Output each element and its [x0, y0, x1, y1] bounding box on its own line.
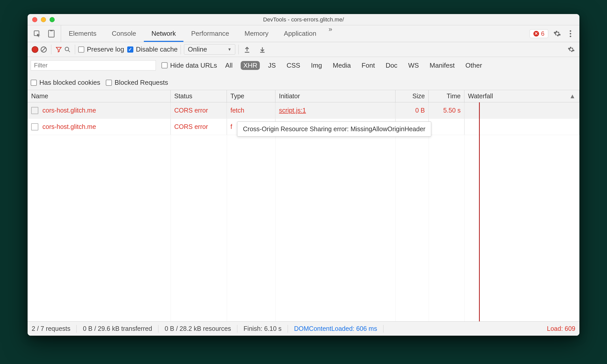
- request-name: cors-host.glitch.me: [42, 123, 96, 130]
- col-name[interactable]: Name: [28, 90, 171, 102]
- preserve-log-label: Preserve log: [87, 45, 124, 53]
- record-button[interactable]: [31, 45, 39, 54]
- status-finish: Finish: 6.10 s: [243, 325, 282, 332]
- col-time[interactable]: Time: [429, 90, 464, 102]
- throttling-select[interactable]: Online ▼: [184, 44, 235, 55]
- type-filter-js[interactable]: JS: [265, 61, 278, 70]
- devtools-window: DevTools - cors-errors.glitch.me/ Elemen…: [28, 14, 579, 336]
- status-resources: 0 B / 28.2 kB resources: [165, 325, 231, 332]
- error-count: 6: [541, 30, 544, 37]
- svg-rect-1: [49, 30, 54, 37]
- type-filter-doc[interactable]: Doc: [383, 61, 400, 70]
- tab-memory[interactable]: Memory: [237, 25, 276, 42]
- status-requests: 2 / 7 requests: [32, 325, 70, 332]
- error-icon: ✕: [533, 31, 539, 37]
- waterfall-finish-marker: [479, 102, 480, 321]
- request-status: CORS error: [171, 102, 227, 118]
- svg-point-4: [570, 33, 571, 34]
- more-tabs-button[interactable]: »: [324, 25, 337, 42]
- col-status[interactable]: Status: [171, 90, 227, 102]
- type-filter-font[interactable]: Font: [359, 61, 377, 70]
- type-filter-all[interactable]: All: [223, 61, 235, 70]
- col-initiator[interactable]: Initiator: [275, 90, 395, 102]
- request-type: fetch: [227, 102, 275, 118]
- svg-point-5: [570, 35, 571, 37]
- svg-point-8: [65, 47, 69, 51]
- status-transferred: 0 B / 29.6 kB transferred: [83, 325, 152, 332]
- tab-application[interactable]: Application: [276, 25, 324, 42]
- blocked-requests-label: Blocked Requests: [114, 79, 168, 87]
- filter-icon[interactable]: [54, 45, 63, 54]
- tab-elements[interactable]: Elements: [61, 25, 104, 42]
- table-row[interactable]: cors-host.glitch.me CORS error fetch scr…: [28, 102, 579, 119]
- filter-input[interactable]: [31, 60, 156, 70]
- favicon-placeholder: [31, 107, 38, 114]
- clear-button[interactable]: [39, 45, 48, 54]
- inspect-icon[interactable]: [33, 29, 41, 38]
- maximize-window-button[interactable]: [50, 17, 55, 22]
- hide-data-urls-label: Hide data URLs: [170, 62, 217, 69]
- titlebar: DevTools - cors-errors.glitch.me/: [28, 14, 579, 25]
- type-filter-xhr[interactable]: XHR: [241, 61, 260, 70]
- svg-point-3: [570, 30, 571, 32]
- type-filter-img[interactable]: Img: [308, 61, 324, 70]
- device-toggle-icon[interactable]: [47, 29, 56, 38]
- request-time: 5.50 s: [429, 102, 464, 118]
- main-toolbar: Elements Console Network Performance Mem…: [28, 25, 579, 42]
- type-filter-ws[interactable]: WS: [406, 61, 422, 70]
- kebab-menu-icon[interactable]: [566, 29, 575, 38]
- has-blocked-cookies-checkbox[interactable]: Has blocked cookies: [31, 79, 100, 87]
- col-waterfall-label: Waterfall: [468, 92, 493, 100]
- requests-table: Name Status Type Initiator Size Time Wat…: [28, 90, 579, 321]
- type-filter-other[interactable]: Other: [463, 61, 485, 70]
- col-waterfall[interactable]: Waterfall ▲: [464, 90, 579, 102]
- window-title: DevTools - cors-errors.glitch.me/: [28, 16, 579, 23]
- blocked-requests-checkbox[interactable]: Blocked Requests: [106, 79, 168, 87]
- error-count-badge[interactable]: ✕ 6: [530, 29, 548, 38]
- close-window-button[interactable]: [32, 17, 37, 22]
- request-status: CORS error: [171, 119, 227, 135]
- network-toolbar: Preserve log Disable cache Online ▼: [28, 42, 579, 57]
- disable-cache-checkbox[interactable]: Disable cache: [127, 45, 178, 53]
- request-size: 0 B: [395, 102, 429, 118]
- settings-gear-icon[interactable]: [553, 29, 562, 38]
- tab-network[interactable]: Network: [144, 25, 183, 42]
- favicon-placeholder: [31, 123, 38, 130]
- type-filter-media[interactable]: Media: [330, 61, 354, 70]
- chevron-down-icon: ▼: [227, 47, 231, 52]
- status-load: Load: 609: [547, 325, 575, 332]
- svg-rect-2: [50, 30, 53, 31]
- svg-line-9: [68, 50, 70, 52]
- status-tooltip: Cross-Origin Resource Sharing error: Mis…: [237, 122, 431, 137]
- throttling-value: Online: [188, 45, 207, 53]
- network-settings-gear-icon[interactable]: [568, 45, 576, 54]
- svg-line-7: [42, 47, 46, 51]
- request-initiator[interactable]: script.js:1: [279, 107, 306, 114]
- upload-har-icon[interactable]: [243, 45, 251, 54]
- panel-tabs: Elements Console Network Performance Mem…: [61, 25, 337, 42]
- disable-cache-label: Disable cache: [136, 45, 178, 53]
- sort-asc-icon: ▲: [569, 92, 576, 100]
- status-bar: 2 / 7 requests 0 B / 29.6 kB transferred…: [28, 321, 579, 336]
- tab-performance[interactable]: Performance: [183, 25, 237, 42]
- type-filter-css[interactable]: CSS: [284, 61, 303, 70]
- col-size[interactable]: Size: [395, 90, 429, 102]
- status-domcontentloaded: DOMContentLoaded: 606 ms: [294, 325, 377, 332]
- download-har-icon[interactable]: [258, 45, 267, 54]
- hide-data-urls-checkbox[interactable]: Hide data URLs: [161, 62, 217, 69]
- has-blocked-cookies-label: Has blocked cookies: [39, 79, 100, 87]
- window-controls: [32, 17, 55, 22]
- filter-bar: Hide data URLs All XHR JS CSS Img Media …: [28, 57, 579, 90]
- preserve-log-checkbox[interactable]: Preserve log: [78, 45, 124, 53]
- type-filter-manifest[interactable]: Manifest: [427, 61, 457, 70]
- waterfall-cell: [464, 102, 579, 118]
- request-name: cors-host.glitch.me: [42, 107, 96, 114]
- search-icon[interactable]: [63, 45, 72, 54]
- tab-console[interactable]: Console: [104, 25, 144, 42]
- minimize-window-button[interactable]: [41, 17, 46, 22]
- col-type[interactable]: Type: [227, 90, 275, 102]
- table-header: Name Status Type Initiator Size Time Wat…: [28, 90, 579, 102]
